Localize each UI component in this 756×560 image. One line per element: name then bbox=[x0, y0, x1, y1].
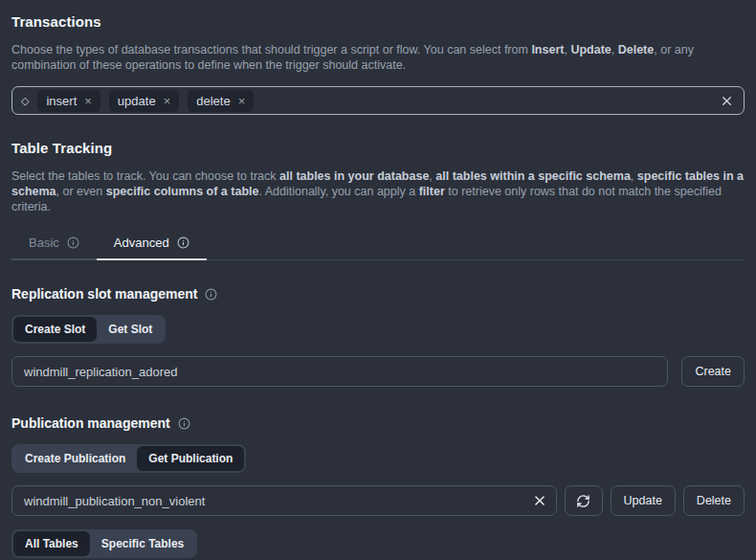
slot-name-input[interactable] bbox=[11, 356, 668, 387]
toggle-create-slot[interactable]: Create Slot bbox=[13, 317, 97, 342]
slot-input-row: Create bbox=[11, 356, 745, 387]
description-text: , bbox=[611, 43, 618, 56]
replication-slot-title: Replication slot management bbox=[11, 286, 197, 302]
description-text-bold: all tables in your database bbox=[279, 169, 429, 183]
description-text: . Additionally, you can apply a bbox=[258, 185, 418, 198]
transactions-description: Choose the types of database transaction… bbox=[11, 42, 745, 73]
description-text-bold: Delete bbox=[618, 43, 655, 56]
tables-scope-toggle: All Tables Specific Tables bbox=[11, 529, 197, 558]
tab-basic[interactable]: Basic bbox=[11, 229, 97, 260]
info-icon[interactable] bbox=[67, 236, 79, 249]
tag-delete: delete × bbox=[188, 90, 254, 112]
publication-mode-toggle: Create Publication Get Publication bbox=[11, 444, 246, 473]
update-publication-button[interactable]: Update bbox=[611, 485, 676, 516]
remove-tag-icon[interactable]: × bbox=[164, 95, 171, 107]
info-icon[interactable] bbox=[205, 288, 217, 301]
create-slot-button[interactable]: Create bbox=[681, 356, 745, 387]
toggle-specific-tables[interactable]: Specific Tables bbox=[90, 531, 195, 556]
refresh-icon bbox=[576, 494, 590, 508]
info-icon[interactable] bbox=[177, 236, 189, 249]
tag-insert: insert × bbox=[37, 90, 100, 112]
table-tracking-title: Table Tracking bbox=[11, 140, 745, 156]
toggle-get-slot[interactable]: Get Slot bbox=[97, 317, 164, 342]
toggle-all-tables[interactable]: All Tables bbox=[13, 531, 90, 556]
tag-update: update × bbox=[109, 90, 179, 112]
delete-publication-button[interactable]: Delete bbox=[683, 485, 745, 516]
publication-name-input[interactable] bbox=[11, 485, 557, 516]
remove-tag-icon[interactable]: × bbox=[238, 95, 246, 107]
toggle-get-publication[interactable]: Get Publication bbox=[137, 446, 244, 471]
clear-publication-icon[interactable] bbox=[533, 494, 546, 507]
slot-mode-toggle: Create Slot Get Slot bbox=[11, 315, 166, 344]
info-icon[interactable] bbox=[178, 417, 190, 430]
description-text-bold: specific columns of a table bbox=[106, 185, 259, 198]
expand-icon[interactable]: ◇ bbox=[21, 96, 29, 106]
remove-tag-icon[interactable]: × bbox=[84, 95, 92, 107]
publication-title: Publication management bbox=[11, 415, 170, 431]
table-tracking-tabs: Basic Advanced bbox=[11, 229, 745, 260]
publication-input-row: Update Delete bbox=[11, 485, 745, 516]
tab-label: Advanced bbox=[114, 235, 169, 250]
toggle-create-publication[interactable]: Create Publication bbox=[13, 446, 137, 471]
refresh-publication-button[interactable] bbox=[565, 485, 603, 516]
description-text: Select the tables to track. You can choo… bbox=[11, 169, 279, 183]
table-tracking-description: Select the tables to track. You can choo… bbox=[11, 168, 745, 214]
replication-slot-heading: Replication slot management bbox=[11, 286, 745, 302]
tag-label: insert bbox=[46, 94, 77, 108]
transactions-multiselect[interactable]: ◇ insert × update × delete × bbox=[11, 86, 745, 115]
publication-heading: Publication management bbox=[11, 415, 745, 431]
description-text: , bbox=[631, 169, 637, 183]
description-text-bold: Update bbox=[570, 43, 611, 56]
publication-input-wrap bbox=[11, 485, 557, 516]
tab-label: Basic bbox=[29, 235, 59, 250]
tag-label: delete bbox=[196, 94, 230, 108]
description-text-bold: filter bbox=[419, 185, 445, 198]
description-text-bold: all tables within a specific schema bbox=[435, 169, 631, 183]
description-text: Choose the types of database transaction… bbox=[11, 43, 531, 56]
database-trigger-settings-panel: Transactions Choose the types of databas… bbox=[0, 0, 756, 560]
clear-all-icon[interactable] bbox=[721, 95, 733, 107]
description-text: , or even bbox=[56, 185, 106, 198]
tab-advanced[interactable]: Advanced bbox=[97, 229, 207, 260]
description-text-bold: Insert bbox=[531, 43, 564, 56]
tag-label: update bbox=[118, 94, 156, 108]
transactions-title: Transactions bbox=[11, 13, 745, 30]
